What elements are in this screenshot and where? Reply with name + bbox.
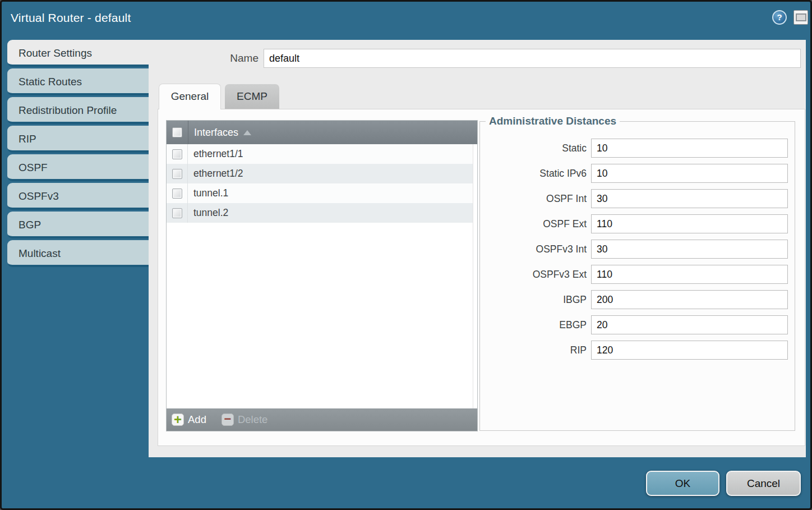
- sidebar-item-label: Router Settings: [19, 47, 92, 59]
- form-row: OSPFv3 Int: [480, 240, 788, 259]
- delete-button-label: Delete: [238, 413, 267, 426]
- name-label: Name: [187, 52, 259, 65]
- sidebar-item[interactable]: Redistribution Profile: [7, 97, 149, 124]
- field-input[interactable]: [591, 164, 788, 183]
- field-label: OSPFv3 Ext: [480, 269, 591, 281]
- field-input[interactable]: [591, 265, 788, 284]
- form-row: IBGP: [480, 290, 788, 309]
- row-checkbox[interactable]: [172, 189, 182, 199]
- sidebar-item[interactable]: OSPF: [7, 154, 149, 181]
- interfaces-column-header[interactable]: Interfaces: [188, 127, 238, 139]
- sidebar-item-label: Static Routes: [19, 76, 82, 88]
- form-row: OSPF Ext: [480, 214, 788, 233]
- table-row[interactable]: ethernet1/1: [167, 144, 473, 164]
- sidebar-item[interactable]: Static Routes: [7, 68, 149, 95]
- field-label: EBGP: [480, 319, 591, 331]
- table-row[interactable]: tunnel.1: [167, 183, 473, 203]
- field-label: IBGP: [480, 294, 591, 306]
- sidebar-item[interactable]: BGP: [7, 212, 149, 238]
- window-icon[interactable]: [793, 10, 808, 25]
- field-label: RIP: [480, 344, 591, 356]
- field-input[interactable]: [591, 290, 788, 309]
- sidebar-item[interactable]: RIP: [7, 126, 149, 153]
- field-label: OSPFv3 Int: [480, 243, 591, 255]
- row-checkbox-cell: [167, 144, 188, 164]
- field-input[interactable]: [591, 139, 788, 158]
- field-input[interactable]: [591, 240, 788, 259]
- form-row: OSPFv3 Ext: [480, 265, 788, 284]
- row-checkbox-cell: [167, 183, 188, 203]
- row-checkbox-cell: [167, 203, 188, 223]
- row-checkbox-cell: [167, 164, 188, 183]
- sidebar-item-label: RIP: [19, 133, 36, 145]
- add-button-label: Add: [188, 413, 206, 426]
- sidebar-item[interactable]: OSPFv3: [7, 183, 149, 210]
- tab-ecmp[interactable]: ECMP: [225, 84, 279, 109]
- interfaces-table-footer: + Add − Delete: [167, 408, 477, 431]
- sidebar-item-label: OSPFv3: [19, 190, 59, 202]
- interface-name: tunnel.1: [188, 187, 228, 199]
- table-row[interactable]: ethernet1/2: [167, 164, 473, 183]
- sidebar-item[interactable]: Multicast: [7, 240, 149, 267]
- form-row: Static IPv6: [480, 164, 788, 183]
- form-row: OSPF Int: [480, 189, 788, 208]
- row-checkbox[interactable]: [172, 149, 182, 159]
- form-row: Static: [480, 139, 788, 158]
- delete-button[interactable]: − Delete: [222, 413, 267, 426]
- dialog-title: Virtual Router - default: [11, 11, 131, 25]
- sort-ascending-icon[interactable]: [243, 130, 251, 135]
- field-input[interactable]: [591, 214, 788, 233]
- help-icon[interactable]: ?: [772, 10, 787, 25]
- row-checkbox[interactable]: [172, 208, 182, 218]
- field-label: OSPF Ext: [480, 218, 591, 230]
- field-label: OSPF Int: [480, 193, 591, 205]
- field-label: Static: [480, 143, 591, 154]
- sidebar-item-label: Multicast: [19, 247, 61, 259]
- interface-name: tunnel.2: [188, 207, 228, 219]
- field-label: Static IPv6: [480, 168, 591, 180]
- interfaces-table: Interfaces ethernet1/1 ethernet1/2: [166, 120, 478, 431]
- sidebar-item[interactable]: Router Settings: [7, 40, 149, 67]
- sidebar-item-label: BGP: [19, 219, 41, 231]
- sidebar-item-label: Redistribution Profile: [19, 104, 117, 116]
- table-row[interactable]: tunnel.2: [167, 203, 473, 223]
- row-checkbox[interactable]: [172, 169, 182, 179]
- field-input[interactable]: [591, 341, 788, 360]
- interface-name: ethernet1/1: [188, 148, 243, 160]
- select-all-cell: [167, 121, 188, 144]
- virtual-router-dialog: Virtual Router - default ? Router Settin…: [0, 0, 812, 510]
- interfaces-table-header[interactable]: Interfaces: [167, 121, 477, 144]
- table-scrollbar[interactable]: [473, 144, 477, 408]
- sidebar-item-label: OSPF: [19, 162, 48, 173]
- form-row: RIP: [480, 341, 788, 360]
- administrative-distances-group: Administrative Distances Static Static I…: [479, 115, 795, 431]
- interfaces-table-body: ethernet1/1 ethernet1/2 tunnel.1: [167, 144, 477, 408]
- window-icon-glyph: [796, 13, 806, 21]
- administrative-distances-legend: Administrative Distances: [486, 115, 620, 127]
- add-button[interactable]: + Add: [172, 413, 206, 426]
- form-row: EBGP: [480, 315, 788, 334]
- select-all-checkbox[interactable]: [172, 127, 182, 137]
- field-input[interactable]: [591, 315, 788, 334]
- minus-icon: −: [222, 413, 234, 426]
- cancel-button[interactable]: Cancel: [726, 471, 801, 496]
- name-input[interactable]: [264, 49, 801, 68]
- interface-name: ethernet1/2: [188, 168, 243, 180]
- field-input[interactable]: [591, 189, 788, 208]
- ok-button[interactable]: OK: [646, 471, 719, 496]
- sidebar: Router Settings Static Routes Redistribu…: [7, 40, 149, 269]
- tab-general[interactable]: General: [159, 84, 221, 109]
- plus-icon: +: [172, 413, 184, 426]
